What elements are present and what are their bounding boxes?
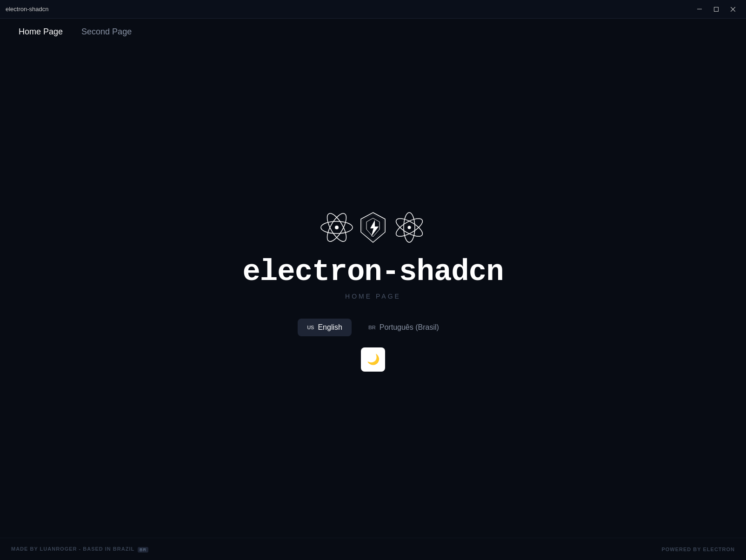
language-buttons: US English BR Português (Brasil) [298,319,448,336]
app-subtitle: HOME PAGE [345,293,401,300]
svg-point-14 [408,226,411,229]
navbar: Home Page Second Page [0,19,746,45]
footer-left: MADE BY LUANROGER - BASED IN BRAZIL BR [11,546,148,552]
nav-item-home[interactable]: Home Page [11,23,70,40]
icons-row [320,211,426,244]
lang-prefix-pt: BR [368,325,376,330]
footer-badge: BR [138,547,148,553]
moon-icon: 🌙 [367,353,380,366]
lang-button-en[interactable]: US English [298,319,352,336]
maximize-button[interactable] [709,4,724,15]
react-icon [320,211,353,244]
svg-rect-0 [697,9,702,9]
minimize-button[interactable] [692,4,707,15]
electron-icon [393,211,426,244]
lang-button-pt[interactable]: BR Português (Brasil) [359,319,448,336]
footer-left-text: MADE BY LUANROGER - BASED IN BRAZIL [11,546,134,552]
titlebar-title: electron-shadcn [6,6,49,13]
footer: MADE BY LUANROGER - BASED IN BRAZIL BR P… [0,538,746,560]
nav-item-second[interactable]: Second Page [74,23,139,40]
close-button[interactable] [726,4,740,15]
lang-label-en: English [318,323,342,332]
theme-toggle-button[interactable]: 🌙 [361,347,385,372]
titlebar: electron-shadcn [0,0,746,19]
vite-icon [359,211,387,244]
main-content: electron-shadcn HOME PAGE US English BR … [0,45,746,538]
app-title: electron-shadcn [242,255,503,289]
svg-rect-1 [714,7,719,11]
lang-prefix-en: US [307,325,314,330]
lang-label-pt: Português (Brasil) [380,323,439,332]
svg-point-7 [335,226,339,229]
titlebar-controls [692,4,740,15]
footer-right: POWERED BY ELECTRON [661,547,735,552]
